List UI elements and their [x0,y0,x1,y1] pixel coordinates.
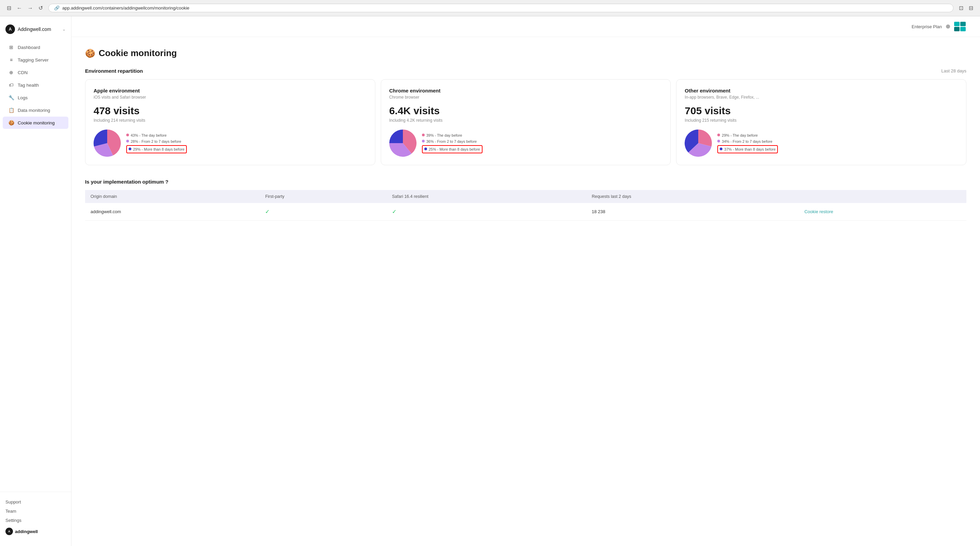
cell-safari-0: ✓ [387,203,586,221]
sidebar-item-dashboard[interactable]: ⊞ Dashboard [3,41,68,53]
legend-item-1-2: 25% - More than 8 days before [422,145,482,153]
legend-text-1-1: 36% - From 2 to 7 days before [426,139,477,144]
legend-text-1-2: 25% - More than 8 days before [429,147,480,152]
implementation-section: Is your implementation optimum ? Origin … [85,179,966,221]
card-returning-2: Including 215 returning visits [685,118,958,123]
legend-dot-2-0 [717,133,720,136]
sidebar-toggle-button[interactable]: ⊟ [5,3,13,13]
browser-chrome: ⊟ ← → ↺ 🔗 app.addingwell.com/containers/… [0,0,980,16]
legend-dot-1-2 [424,148,427,150]
environment-section-header: Environment repartition Last 28 days [85,68,966,74]
legend-list-2: 29% - The day before 34% - From 2 to 7 d… [717,133,778,154]
legend-item-2-1: 34% - From 2 to 7 days before [717,139,778,144]
data-monitoring-label: Data monitoring [18,108,50,113]
plan-status-icon [946,24,950,29]
card-returning-1: Including 4.2K returning visits [389,118,662,123]
card-visits-0: 478 visits [94,105,367,117]
logo-text: addingwell [15,529,38,534]
url-text: app.addingwell.com/containers/addingwell… [62,5,189,11]
legend-text-1-0: 39% - The day before [426,133,463,138]
split-view-button[interactable]: ⊟ [967,3,975,13]
svg-rect-3 [960,27,966,31]
legend-text-0-0: 43% - The day before [130,133,167,138]
cookie-monitoring-icon: 🍪 [8,120,14,126]
col-safari-resilient: Safari 16.4 resilient [387,190,586,203]
page-title: Cookie monitoring [99,48,177,59]
col-action [799,190,966,203]
link-icon: 🔗 [54,5,60,11]
legend-dot-2-1 [717,140,720,143]
app-layout: A Addingwell.com ⌄ ⊞ Dashboard ≡ Tagging… [0,16,980,546]
brand-section[interactable]: A Addingwell.com ⌄ [0,22,71,40]
pie-chart-2 [685,130,712,157]
cookie-restore-link-0[interactable]: Cookie restore [804,209,833,214]
data-monitoring-icon: 📋 [8,107,14,113]
support-link[interactable]: Support [5,497,66,506]
cell-requests-0: 18 238 [586,203,799,221]
legend-list-1: 39% - The day before 36% - From 2 to 7 d… [422,133,482,154]
page-title-icon: 🍪 [85,49,95,58]
legend-text-0-2: 29% - More than 8 days before [133,147,185,152]
cell-action-0[interactable]: Cookie restore [799,203,966,221]
implementation-table: Origin domain First-party Safari 16.4 re… [85,190,966,221]
legend-item-0-2: 29% - More than 8 days before [126,145,187,153]
svg-rect-1 [960,22,966,26]
legend-dot-1-0 [422,133,425,136]
brand-chevron-icon: ⌄ [62,27,66,32]
page-title-row: 🍪 Cookie monitoring [85,48,966,59]
reload-button[interactable]: ↺ [37,3,44,13]
browser-actions: ⊡ ⊟ [958,3,975,13]
card-visits-2: 705 visits [685,105,958,117]
sidebar-nav: ⊞ Dashboard ≡ Tagging Server ⊕ CDN 🏷 Tag… [0,40,71,492]
col-origin-domain: Origin domain [85,190,259,203]
cdn-icon: ⊕ [8,69,14,76]
card-chart-area-0: 43% - The day before 28% - From 2 to 7 d… [94,130,367,157]
team-link[interactable]: Team [5,506,66,516]
card-visits-1: 6.4K visits [389,105,662,117]
card-title-2: Other environment [685,88,958,94]
env-card-1: Chrome environment Chrome browser 6.4K v… [381,79,671,165]
legend-dot-0-0 [126,133,129,136]
sidebar-item-logs[interactable]: 🔧 Logs [3,92,68,104]
legend-item-1-1: 36% - From 2 to 7 days before [422,139,482,144]
avatar-icon [954,22,966,31]
settings-link[interactable]: Settings [5,516,66,525]
address-bar[interactable]: 🔗 app.addingwell.com/containers/addingwe… [48,4,953,12]
card-title-1: Chrome environment [389,88,662,94]
forward-button[interactable]: → [26,4,34,13]
dashboard-label: Dashboard [18,45,40,50]
page-content: 🍪 Cookie monitoring Environment repartit… [72,37,980,238]
back-button[interactable]: ← [15,4,24,13]
sidebar-item-tagging-server[interactable]: ≡ Tagging Server [3,54,68,66]
top-bar: Enterprise Plan [72,16,980,37]
environment-cards-grid: Apple environment iOS visits and Safari … [85,79,966,165]
env-card-0: Apple environment iOS visits and Safari … [85,79,375,165]
legend-text-2-2: 37% - More than 8 days before [724,147,775,152]
sidebar-item-cdn[interactable]: ⊕ CDN [3,66,68,79]
sidebar: A Addingwell.com ⌄ ⊞ Dashboard ≡ Tagging… [0,16,72,546]
cdn-label: CDN [18,70,27,75]
extensions-button[interactable]: ⊡ [958,3,965,13]
cookie-monitoring-label: Cookie monitoring [18,121,55,125]
logs-label: Logs [18,95,27,100]
cell-first-party-0: ✓ [259,203,387,221]
card-subtitle-2: In-app browsers, Brave, Edge, Firefox, .… [685,95,958,100]
avatar [954,22,966,31]
sidebar-logo: A addingwell [5,525,66,535]
sidebar-footer: Support Team Settings A addingwell [0,492,71,541]
tagging-server-icon: ≡ [8,57,14,63]
table-row: addingwell.com ✓ ✓ 18 238 Cookie restore [85,203,966,221]
cell-domain-0: addingwell.com [85,203,259,221]
card-chart-area-1: 39% - The day before 36% - From 2 to 7 d… [389,130,662,157]
environment-section-title: Environment repartition [85,68,143,74]
svg-rect-2 [954,27,959,31]
legend-dot-0-1 [126,140,129,143]
sidebar-item-data-monitoring[interactable]: 📋 Data monitoring [3,104,68,116]
sidebar-item-tag-health[interactable]: 🏷 Tag health [3,79,68,91]
tagging-server-label: Tagging Server [18,57,49,63]
pie-chart-0 [94,130,121,157]
legend-dot-2-2 [720,148,722,150]
legend-dot-1-1 [422,140,425,143]
sidebar-item-cookie-monitoring[interactable]: 🍪 Cookie monitoring [3,117,68,129]
card-chart-area-2: 29% - The day before 34% - From 2 to 7 d… [685,130,958,157]
